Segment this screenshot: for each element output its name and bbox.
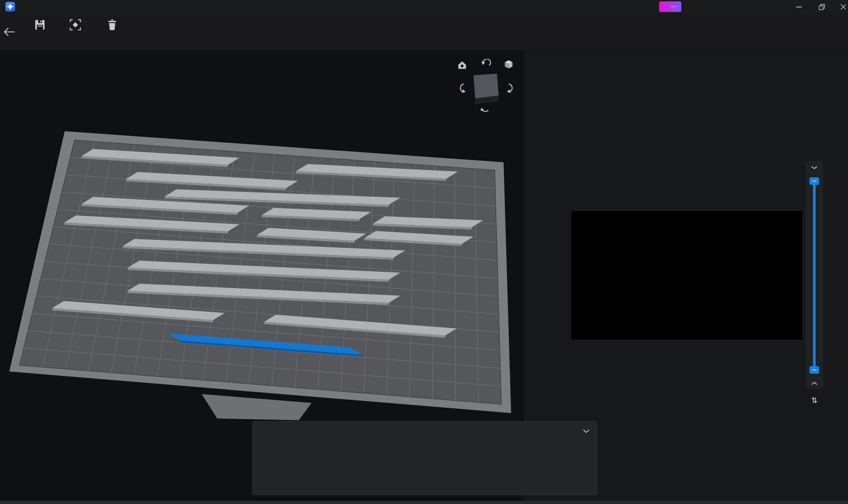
- layer-slider-panel: [805, 161, 823, 389]
- chevron-down-icon: [811, 166, 817, 169]
- title-bar: [0, 0, 848, 14]
- rotate-down-icon: [479, 106, 491, 117]
- rotate-left-icon: [457, 82, 468, 94]
- trash-icon: [107, 19, 117, 31]
- close-button[interactable]: [833, 0, 848, 14]
- front-tab: [202, 394, 312, 420]
- rotate-down-button[interactable]: [479, 106, 491, 118]
- home-view-button[interactable]: [457, 60, 467, 72]
- back-button[interactable]: [3, 27, 15, 38]
- rotate-up-button[interactable]: [480, 59, 491, 71]
- view-cube[interactable]: [471, 71, 502, 106]
- close-icon: [840, 4, 846, 10]
- bottom-strip: [0, 501, 848, 504]
- app-logo-icon: [5, 2, 15, 12]
- rotate-left-button[interactable]: [457, 82, 468, 95]
- minimize-icon: [796, 7, 802, 8]
- cube-icon: [504, 59, 514, 70]
- upgrade-to-pro-button[interactable]: [659, 1, 681, 12]
- rotate-up-icon: [480, 59, 491, 69]
- collapse-panel-button[interactable]: [583, 427, 590, 435]
- pro-badge: [671, 6, 677, 7]
- restore-button[interactable]: [812, 0, 832, 14]
- rotate-right-button[interactable]: [505, 82, 515, 95]
- chevron-up-icon: [811, 382, 817, 385]
- detect-islands-icon: [70, 19, 81, 31]
- restore-icon: [819, 4, 825, 10]
- home-icon: [457, 60, 467, 70]
- delete-all-islands-button[interactable]: [96, 19, 129, 35]
- layer-range-swap-icon[interactable]: ⇅: [809, 396, 820, 406]
- slice-preview: [571, 211, 802, 340]
- layer-slider-top-handle[interactable]: [809, 177, 819, 185]
- toolbar: [0, 14, 848, 50]
- layer-slider-track[interactable]: [813, 181, 816, 370]
- save-button[interactable]: [26, 19, 54, 35]
- save-icon: [35, 19, 45, 31]
- back-arrow-icon: [3, 27, 15, 37]
- isometric-view-button[interactable]: [504, 59, 514, 71]
- layer-slider-bottom-handle[interactable]: [809, 366, 819, 374]
- slider-step-down-button[interactable]: [805, 164, 823, 170]
- print-settings-panel: [252, 421, 597, 495]
- slider-step-up-button[interactable]: [805, 380, 823, 386]
- chevron-down-icon: [583, 429, 590, 433]
- detect-islands-button[interactable]: [58, 19, 93, 35]
- minimize-button[interactable]: [789, 0, 809, 14]
- rotate-right-icon: [505, 82, 515, 94]
